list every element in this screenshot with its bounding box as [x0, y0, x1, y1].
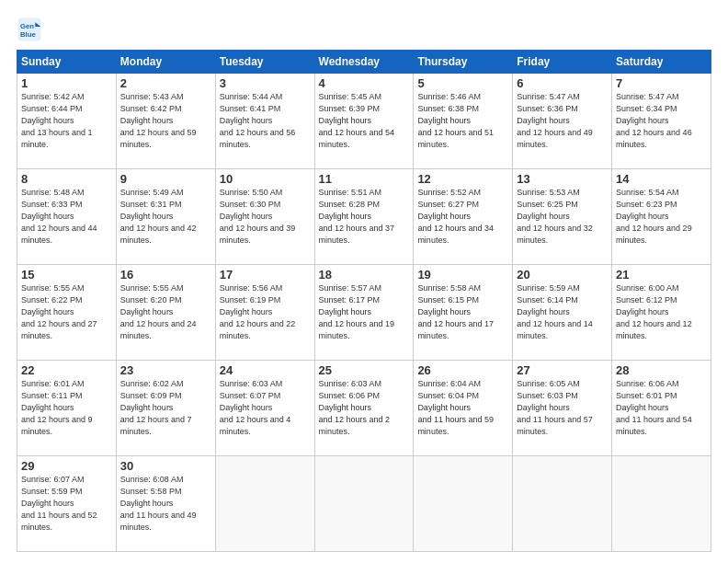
day-detail: Sunrise: 6:01 AMSunset: 6:11 PMDaylight … — [21, 378, 112, 438]
week-row-1: 1Sunrise: 5:42 AMSunset: 6:44 PMDaylight… — [17, 74, 711, 169]
day-number: 28 — [616, 363, 707, 377]
day-number: 12 — [417, 172, 508, 186]
day-cell-5: 5Sunrise: 5:46 AMSunset: 6:38 PMDaylight… — [414, 74, 513, 169]
empty-cell — [314, 456, 414, 552]
day-detail: Sunrise: 5:48 AMSunset: 6:33 PMDaylight … — [21, 187, 112, 247]
empty-cell — [612, 456, 711, 552]
day-detail: Sunrise: 5:45 AMSunset: 6:39 PMDaylight … — [319, 91, 410, 151]
day-detail: Sunrise: 5:53 AMSunset: 6:25 PMDaylight … — [517, 187, 608, 247]
day-number: 23 — [120, 363, 211, 377]
day-number: 7 — [616, 76, 707, 90]
day-detail: Sunrise: 5:55 AMSunset: 6:20 PMDaylight … — [120, 282, 211, 342]
day-cell-26: 26Sunrise: 6:04 AMSunset: 6:04 PMDayligh… — [414, 361, 513, 456]
day-cell-17: 17Sunrise: 5:56 AMSunset: 6:19 PMDayligh… — [215, 265, 314, 361]
day-number: 5 — [417, 76, 508, 90]
day-number: 24 — [220, 363, 311, 377]
week-row-4: 22Sunrise: 6:01 AMSunset: 6:11 PMDayligh… — [17, 361, 711, 456]
day-detail: Sunrise: 5:44 AMSunset: 6:41 PMDaylight … — [220, 91, 311, 151]
logo-icon: Gen Blue — [17, 17, 42, 42]
svg-text:Blue: Blue — [20, 30, 37, 39]
day-cell-24: 24Sunrise: 6:03 AMSunset: 6:07 PMDayligh… — [215, 361, 314, 456]
week-row-5: 29Sunrise: 6:07 AMSunset: 5:59 PMDayligh… — [17, 456, 711, 552]
day-number: 29 — [21, 459, 112, 473]
day-number: 6 — [517, 76, 608, 90]
header-friday: Friday — [513, 51, 612, 74]
day-cell-6: 6Sunrise: 5:47 AMSunset: 6:36 PMDaylight… — [513, 74, 612, 169]
day-number: 22 — [21, 363, 112, 377]
day-number: 13 — [517, 172, 608, 186]
day-cell-4: 4Sunrise: 5:45 AMSunset: 6:39 PMDaylight… — [314, 74, 414, 169]
day-detail: Sunrise: 5:42 AMSunset: 6:44 PMDaylight … — [21, 91, 112, 151]
calendar-header-row: SundayMondayTuesdayWednesdayThursdayFrid… — [17, 51, 711, 74]
header-tuesday: Tuesday — [215, 51, 314, 74]
day-cell-7: 7Sunrise: 5:47 AMSunset: 6:34 PMDaylight… — [612, 74, 711, 169]
day-number: 10 — [220, 172, 311, 186]
day-number: 26 — [417, 363, 508, 377]
day-cell-16: 16Sunrise: 5:55 AMSunset: 6:20 PMDayligh… — [116, 265, 215, 361]
day-number: 16 — [120, 268, 211, 282]
day-number: 21 — [616, 268, 707, 282]
header: Gen Blue — [17, 17, 711, 42]
empty-cell — [215, 456, 314, 552]
day-number: 14 — [616, 172, 707, 186]
day-number: 30 — [120, 459, 211, 473]
day-cell-10: 10Sunrise: 5:50 AMSunset: 6:30 PMDayligh… — [215, 169, 314, 265]
day-detail: Sunrise: 5:56 AMSunset: 6:19 PMDaylight … — [220, 282, 311, 342]
day-number: 15 — [21, 268, 112, 282]
day-number: 3 — [220, 76, 311, 90]
day-cell-27: 27Sunrise: 6:05 AMSunset: 6:03 PMDayligh… — [513, 361, 612, 456]
week-row-3: 15Sunrise: 5:55 AMSunset: 6:22 PMDayligh… — [17, 265, 711, 361]
day-cell-3: 3Sunrise: 5:44 AMSunset: 6:41 PMDaylight… — [215, 74, 314, 169]
empty-cell — [513, 456, 612, 552]
header-thursday: Thursday — [414, 51, 513, 74]
logo: Gen Blue — [17, 17, 46, 42]
day-cell-25: 25Sunrise: 6:03 AMSunset: 6:06 PMDayligh… — [314, 361, 414, 456]
day-cell-19: 19Sunrise: 5:58 AMSunset: 6:15 PMDayligh… — [414, 265, 513, 361]
day-detail: Sunrise: 6:00 AMSunset: 6:12 PMDaylight … — [616, 282, 707, 342]
day-number: 17 — [220, 268, 311, 282]
day-detail: Sunrise: 5:43 AMSunset: 6:42 PMDaylight … — [120, 91, 211, 151]
day-detail: Sunrise: 5:58 AMSunset: 6:15 PMDaylight … — [417, 282, 508, 342]
svg-text:Gen: Gen — [20, 22, 34, 30]
day-cell-28: 28Sunrise: 6:06 AMSunset: 6:01 PMDayligh… — [612, 361, 711, 456]
day-detail: Sunrise: 5:50 AMSunset: 6:30 PMDaylight … — [220, 187, 311, 247]
day-detail: Sunrise: 5:54 AMSunset: 6:23 PMDaylight … — [616, 187, 707, 247]
day-cell-30: 30Sunrise: 6:08 AMSunset: 5:58 PMDayligh… — [116, 456, 215, 552]
day-number: 9 — [120, 172, 211, 186]
day-cell-11: 11Sunrise: 5:51 AMSunset: 6:28 PMDayligh… — [314, 169, 414, 265]
day-detail: Sunrise: 5:57 AMSunset: 6:17 PMDaylight … — [319, 282, 410, 342]
day-number: 11 — [319, 172, 410, 186]
header-sunday: Sunday — [17, 51, 117, 74]
day-detail: Sunrise: 5:52 AMSunset: 6:27 PMDaylight … — [417, 187, 508, 247]
day-cell-9: 9Sunrise: 5:49 AMSunset: 6:31 PMDaylight… — [116, 169, 215, 265]
day-cell-1: 1Sunrise: 5:42 AMSunset: 6:44 PMDaylight… — [17, 74, 117, 169]
week-row-2: 8Sunrise: 5:48 AMSunset: 6:33 PMDaylight… — [17, 169, 711, 265]
day-detail: Sunrise: 5:47 AMSunset: 6:34 PMDaylight … — [616, 91, 707, 151]
day-detail: Sunrise: 5:49 AMSunset: 6:31 PMDaylight … — [120, 187, 211, 247]
day-number: 20 — [517, 268, 608, 282]
day-number: 2 — [120, 76, 211, 90]
day-cell-2: 2Sunrise: 5:43 AMSunset: 6:42 PMDaylight… — [116, 74, 215, 169]
day-cell-29: 29Sunrise: 6:07 AMSunset: 5:59 PMDayligh… — [17, 456, 117, 552]
day-detail: Sunrise: 6:05 AMSunset: 6:03 PMDaylight … — [517, 378, 608, 438]
day-detail: Sunrise: 6:07 AMSunset: 5:59 PMDaylight … — [21, 474, 112, 534]
day-detail: Sunrise: 6:06 AMSunset: 6:01 PMDaylight … — [616, 378, 707, 438]
day-detail: Sunrise: 6:03 AMSunset: 6:06 PMDaylight … — [319, 378, 410, 438]
day-cell-14: 14Sunrise: 5:54 AMSunset: 6:23 PMDayligh… — [612, 169, 711, 265]
day-detail: Sunrise: 6:04 AMSunset: 6:04 PMDaylight … — [417, 378, 508, 438]
header-wednesday: Wednesday — [314, 51, 414, 74]
day-detail: Sunrise: 5:51 AMSunset: 6:28 PMDaylight … — [319, 187, 410, 247]
day-detail: Sunrise: 6:03 AMSunset: 6:07 PMDaylight … — [220, 378, 311, 438]
day-cell-18: 18Sunrise: 5:57 AMSunset: 6:17 PMDayligh… — [314, 265, 414, 361]
day-detail: Sunrise: 5:46 AMSunset: 6:38 PMDaylight … — [417, 91, 508, 151]
day-number: 27 — [517, 363, 608, 377]
day-detail: Sunrise: 6:08 AMSunset: 5:58 PMDaylight … — [120, 474, 211, 534]
day-detail: Sunrise: 6:02 AMSunset: 6:09 PMDaylight … — [120, 378, 211, 438]
day-cell-22: 22Sunrise: 6:01 AMSunset: 6:11 PMDayligh… — [17, 361, 117, 456]
day-number: 4 — [319, 76, 410, 90]
page: Gen Blue SundayMondayTuesdayWednesdayThu… — [0, 0, 728, 563]
header-saturday: Saturday — [612, 51, 711, 74]
day-detail: Sunrise: 5:55 AMSunset: 6:22 PMDaylight … — [21, 282, 112, 342]
day-cell-15: 15Sunrise: 5:55 AMSunset: 6:22 PMDayligh… — [17, 265, 117, 361]
day-detail: Sunrise: 5:59 AMSunset: 6:14 PMDaylight … — [517, 282, 608, 342]
